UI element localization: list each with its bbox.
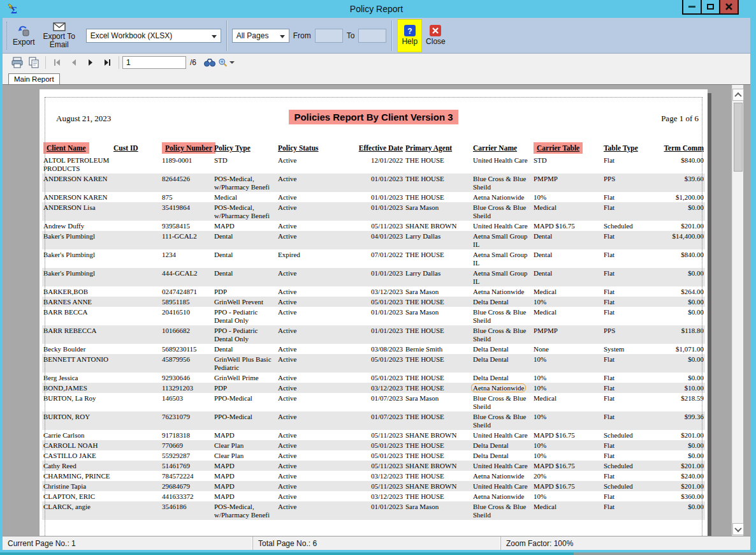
last-page-icon xyxy=(103,58,112,67)
table-cell: 03/12/2023 xyxy=(356,471,404,481)
export-format-dropdown[interactable]: Excel Workbook (XLSX) xyxy=(86,29,221,43)
export-icon xyxy=(17,24,31,37)
print-button[interactable] xyxy=(9,55,25,70)
previous-page-button[interactable] xyxy=(66,55,82,70)
table-cell: Active xyxy=(277,354,356,373)
column-header-term-comm: Term Comm xyxy=(655,144,705,155)
table-cell: Berg Jessica xyxy=(42,373,112,383)
last-page-button[interactable] xyxy=(99,55,115,70)
from-page-input[interactable] xyxy=(315,29,343,43)
toolbar-separator xyxy=(45,56,46,69)
table-cell: $99.36 xyxy=(655,411,705,430)
table-cell: Bernie Smith xyxy=(404,344,472,354)
zoom-dropdown-caret-icon xyxy=(229,61,235,64)
previous-page-icon xyxy=(69,58,78,67)
next-page-button[interactable] xyxy=(82,55,99,70)
table-cell: 05/01/2023 xyxy=(356,297,404,307)
table-cell: BURTON, La Roy xyxy=(42,393,112,411)
table-cell: Active xyxy=(277,471,356,481)
minimize-button[interactable] xyxy=(682,0,702,15)
table-cell: POS-Medical, w/Pharmacy Benefi xyxy=(213,202,277,221)
to-page-input[interactable] xyxy=(358,29,386,43)
scrollbar-thumb[interactable] xyxy=(734,103,743,172)
table-cell: 01/01/2023 xyxy=(356,307,404,325)
close-x-icon xyxy=(725,3,733,11)
table-cell: Sara Mason xyxy=(404,286,472,297)
table-row: ANDERSON Lisa35419864POS-Medical, w/Phar… xyxy=(42,202,705,221)
table-cell xyxy=(112,325,161,344)
table-row: ANDERSON KAREN875MedicalActive01/01/2023… xyxy=(42,192,705,202)
table-row: Christine Tapia29684679MAPDActive05/11/2… xyxy=(42,481,705,491)
column-header-policy-status: Policy Status xyxy=(277,144,356,155)
table-cell: $1,200.00 xyxy=(655,192,705,202)
table-cell: Scheduled xyxy=(602,461,655,471)
maximize-button[interactable] xyxy=(701,0,720,15)
help-button[interactable]: ? Help xyxy=(397,19,422,52)
table-cell: PPS xyxy=(602,325,655,344)
table-cell: 03/08/2023 xyxy=(356,344,404,354)
export-button[interactable]: Export xyxy=(9,19,39,52)
table-cell: 10% xyxy=(532,491,602,501)
table-cell: MAPD xyxy=(213,461,277,471)
table-cell: Aetna Small Group IL xyxy=(472,249,532,268)
table-cell: Blue Cross & Blue Sheild xyxy=(472,501,532,520)
close-report-button[interactable]: Close xyxy=(422,19,449,52)
copy-export-button[interactable] xyxy=(25,55,42,70)
zoom-button[interactable] xyxy=(218,55,235,70)
table-cell: Dental xyxy=(213,268,277,286)
table-cell: 3546186 xyxy=(161,501,213,520)
table-cell: 04/01/2023 xyxy=(356,231,404,249)
table-cell: 05/01/2023 xyxy=(356,450,404,461)
table-cell: Flat xyxy=(602,354,655,373)
table-cell: $201.00 xyxy=(655,430,705,440)
table-cell: Dental xyxy=(532,231,602,249)
table-cell: Flat xyxy=(602,393,655,411)
table-cell: 10% xyxy=(532,411,602,430)
toolbar-separator xyxy=(119,56,119,69)
table-cell: Scheduled xyxy=(602,221,655,231)
table-cell: Active xyxy=(277,491,356,501)
export-format-value: Excel Workbook (XLSX) xyxy=(91,31,173,40)
table-cell: Blue Cross & Blue Sheild xyxy=(472,174,532,192)
table-cell: Active xyxy=(277,501,356,520)
table-cell: 01/01/2023 xyxy=(356,174,404,192)
printer-icon xyxy=(11,57,24,68)
table-cell: 05/11/2023 xyxy=(356,221,404,231)
column-header-policy-type: Policy Type xyxy=(213,144,277,155)
page-number-input[interactable] xyxy=(122,56,186,69)
table-cell: $0.00 xyxy=(655,373,705,383)
scroll-down-button[interactable] xyxy=(732,523,744,535)
table-cell: SHANE BROWN xyxy=(404,461,472,471)
table-cell: MAPD $16.75 xyxy=(532,461,602,471)
scroll-up-button[interactable] xyxy=(732,89,744,101)
table-cell: 01/01/2023 xyxy=(356,501,404,520)
table-cell: 01/01/2023 xyxy=(356,325,404,344)
toolbar-separator xyxy=(391,20,392,51)
first-page-button[interactable] xyxy=(49,55,66,70)
vertical-scrollbar[interactable] xyxy=(732,85,743,536)
table-cell: POS-Medical, w/Pharmacy Benefi xyxy=(213,174,277,192)
tab-main-report[interactable]: Main Report xyxy=(8,73,60,85)
table-cell: CHARMING, PRINCE xyxy=(42,471,112,481)
table-cell: 45879956 xyxy=(161,354,213,373)
table-cell: PMPMP xyxy=(532,174,602,192)
table-cell: THE HOUSE xyxy=(404,373,472,383)
window-close-button[interactable] xyxy=(719,0,739,15)
table-cell: 12/01/2022 xyxy=(356,155,404,174)
table-cell: BOND,JAMES xyxy=(42,383,112,393)
table-cell: PPS xyxy=(602,174,655,192)
table-cell: Aetna Nationwide xyxy=(472,192,532,202)
table-cell: Flat xyxy=(602,297,655,307)
table-cell: Delta Dental xyxy=(472,344,532,354)
table-cell: Blue Cross & Blue Sheild xyxy=(472,307,532,325)
table-cell xyxy=(112,354,161,373)
table-cell: CASTILLO JAKE xyxy=(42,450,112,461)
table-cell: Active xyxy=(277,155,356,174)
table-cell: Blue Cross & Blue Sheild xyxy=(472,325,532,344)
search-button[interactable] xyxy=(201,55,218,70)
table-cell: STD xyxy=(532,155,602,174)
table-cell: $360.00 xyxy=(655,491,705,501)
table-cell: BARR BECCA xyxy=(42,307,112,325)
page-range-dropdown[interactable]: All Pages xyxy=(232,29,289,43)
export-to-email-button[interactable]: Export To Email xyxy=(39,19,80,52)
